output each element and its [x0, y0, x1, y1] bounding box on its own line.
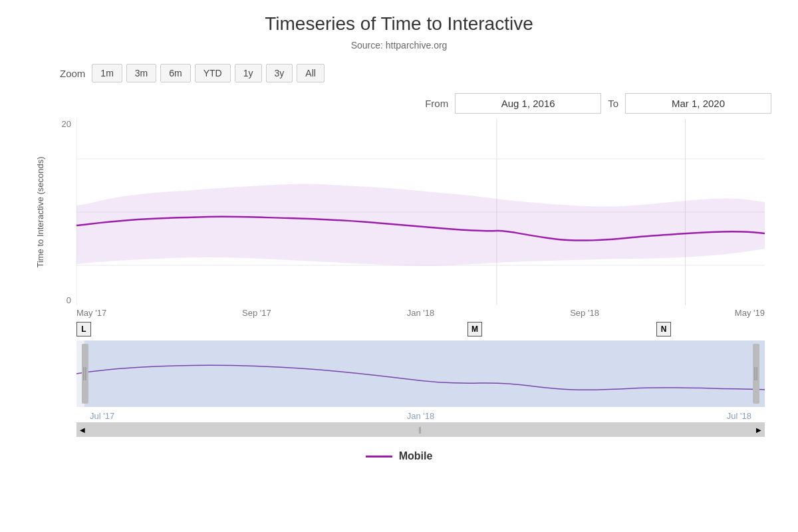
y-tick-20: 20	[62, 119, 71, 129]
scroll-thumb-dots: ‖	[418, 426, 423, 434]
nav-left-handle[interactable]	[82, 344, 88, 404]
to-date-input[interactable]	[625, 93, 771, 114]
y-tick-0: 0	[66, 295, 71, 305]
y-axis-label: Time to Interactive (seconds)	[35, 146, 45, 279]
x-axis-labels: May '17 Sep '17 Jan '18 Sep '18 May '19	[76, 305, 765, 322]
main-chart-area	[76, 119, 765, 305]
svg-rect-7	[84, 340, 765, 407]
zoom-all-button[interactable]: All	[297, 64, 325, 82]
navigator-section: Jul '17 Jan '18 Jul '18	[47, 340, 765, 421]
zoom-ytd-button[interactable]: YTD	[195, 64, 231, 82]
main-chart-svg	[76, 119, 765, 305]
x-label-jan18: Jan '18	[407, 308, 435, 318]
chart-title: Timeseries of Time to Interactive	[265, 13, 533, 35]
legend-label-mobile: Mobile	[399, 450, 433, 462]
zoom-label: Zoom	[60, 68, 85, 79]
to-label: To	[608, 98, 618, 109]
chart-source: Source: httparchive.org	[351, 40, 448, 51]
x-label-may19: May '19	[735, 308, 765, 318]
scrollbar: ◀ ‖ ▶	[76, 422, 765, 437]
legend: Mobile	[366, 450, 433, 462]
legend-line-mobile	[366, 456, 392, 458]
zoom-1m-button[interactable]: 1m	[92, 64, 122, 82]
y-axis-ticks: 20 0	[47, 119, 76, 305]
marker-M[interactable]: M	[467, 322, 482, 336]
from-label: From	[425, 98, 448, 109]
nav-x-jul17: Jul '17	[90, 411, 114, 421]
scroll-track[interactable]: ‖	[88, 422, 753, 437]
x-label-sep18: Sep '18	[570, 308, 599, 318]
zoom-controls: Zoom 1m 3m 6m YTD 1y 3y All	[60, 64, 325, 82]
nav-x-jul18: Jul '18	[727, 411, 751, 421]
zoom-3m-button[interactable]: 3m	[126, 64, 156, 82]
from-date-input[interactable]	[455, 93, 601, 114]
nav-x-labels: Jul '17 Jan '18 Jul '18	[76, 410, 765, 421]
x-label-may17: May '17	[76, 308, 106, 318]
zoom-1y-button[interactable]: 1y	[235, 64, 262, 82]
zoom-3y-button[interactable]: 3y	[266, 64, 293, 82]
confidence-band	[76, 184, 765, 265]
markers-row: L M N	[76, 322, 765, 340]
x-label-sep17: Sep '17	[242, 308, 271, 318]
nav-x-jan18: Jan '18	[407, 411, 435, 421]
zoom-6m-button[interactable]: 6m	[160, 64, 190, 82]
scroll-left-arrow[interactable]: ◀	[76, 422, 88, 437]
marker-L[interactable]: L	[76, 322, 91, 336]
date-range-controls: From To	[425, 93, 771, 114]
nav-right-handle[interactable]	[753, 344, 759, 404]
marker-N[interactable]: N	[656, 322, 671, 336]
scroll-right-arrow[interactable]: ▶	[753, 422, 765, 437]
navigator-svg	[76, 340, 765, 407]
